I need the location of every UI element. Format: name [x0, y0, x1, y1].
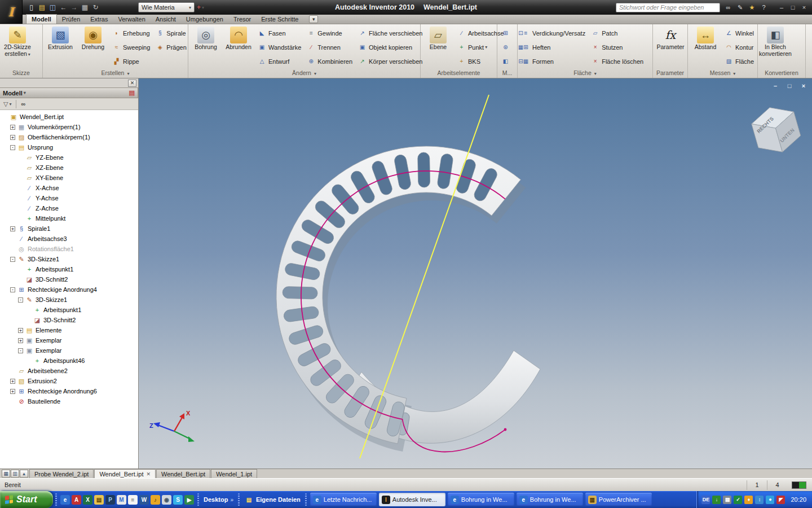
ribbon-group-label-messen[interactable]: Messen ▾ — [688, 69, 757, 77]
minimize-button[interactable]: – — [776, 3, 787, 12]
button-objekt-kopieren[interactable]: ▣Objekt kopieren — [356, 40, 424, 54]
viewport-canvas[interactable] — [139, 78, 812, 468]
button-winkel[interactable]: ∠Winkel — [723, 26, 756, 40]
graphics-icon[interactable]: ● — [766, 496, 774, 504]
button-abstand[interactable]: ↔Abstand — [689, 25, 722, 69]
tree-item-wendel-bert-ipt[interactable]: ▣Wendel_Bert.ipt — [0, 112, 138, 122]
tile-horizontal-button[interactable]: ▦ — [2, 470, 10, 478]
winamp-shortcut[interactable]: ♪ — [151, 495, 160, 505]
button-verdickung-versatz[interactable]: ≡Verdickung/Versatz — [520, 26, 587, 40]
tree-item-x-achse[interactable]: ∕X-Achse — [0, 183, 138, 193]
minimize-document-button[interactable]: – — [770, 81, 780, 90]
document-tab-probe-wendel-2-ipt-0[interactable]: Probe Wendel_2.ipt — [29, 469, 94, 478]
tree-item-arbeitspunkt46[interactable]: +Arbeitspunkt46 — [0, 356, 138, 366]
document-tab-wendel-bert-ipt-2[interactable]: Wendel_Bert.ipt — [156, 469, 210, 478]
button-abrunden[interactable]: ◠Abrunden — [222, 25, 255, 69]
tree-item-arbeitspunkt1[interactable]: +Arbeitspunkt1 — [0, 264, 138, 274]
word-shortcut[interactable]: W — [139, 495, 149, 505]
viewport[interactable]: RECHTS UNTEN Z X –□× — [139, 78, 812, 468]
button-flache-verschieben[interactable]: ↗Fläche verschieben — [356, 26, 424, 40]
button-entwurf[interactable]: △Entwurf — [256, 54, 303, 68]
tab-verwalten[interactable]: Verwalten — [113, 14, 150, 24]
refresh-button[interactable]: ↻ — [90, 2, 101, 13]
photoshop-shortcut[interactable]: P — [105, 495, 115, 505]
ucs-plus-button[interactable]: +▾ — [197, 3, 204, 11]
button-fasen[interactable]: ◣Fasen — [256, 26, 303, 40]
tree-item-3d-skizze1[interactable]: -✎3D-Skizze1 — [0, 254, 138, 264]
button-kontur[interactable]: ◠Kontur — [723, 40, 756, 54]
close-tab-icon[interactable]: ✕ — [147, 471, 151, 477]
tree-expand-toggle[interactable]: + — [18, 328, 23, 333]
button-bohrung[interactable]: ◎Bohrung — [189, 25, 222, 69]
tree-item-arbeitsebene2[interactable]: ▱Arbeitsebene2 — [0, 366, 138, 376]
button-extrusion[interactable]: ▧Extrusion — [44, 25, 77, 69]
button-spirale[interactable]: §Spirale — [154, 26, 188, 40]
cd-shortcut[interactable]: ◉ — [162, 495, 171, 505]
button-erhebung[interactable]: ◗Erhebung — [111, 26, 152, 40]
tab-umgebungen[interactable]: Umgebungen — [181, 14, 228, 24]
task-button-bohrung-in-we-3[interactable]: eBohrung in We... — [517, 493, 583, 506]
tree-expand-toggle[interactable]: + — [10, 135, 15, 140]
tab-modell[interactable]: Modell — [26, 14, 57, 24]
save-button[interactable]: ◫ — [47, 2, 58, 13]
ati-icon[interactable]: ◤ — [776, 496, 785, 504]
skype-shortcut[interactable]: S — [173, 495, 183, 505]
button-mirror[interactable]: ◧ — [500, 54, 513, 68]
button-flache-loschen[interactable]: ×Fläche löschen — [589, 54, 645, 68]
tree-expand-toggle[interactable]: - — [10, 257, 15, 262]
tree-item-rechteckige-anordnung4[interactable]: -⊞Rechteckige Anordnung4 — [0, 284, 138, 295]
toolbar-grip[interactable] — [305, 493, 307, 506]
button-formen[interactable]: ▦Formen — [520, 54, 587, 68]
button-ebene[interactable]: ▱Ebene — [422, 25, 454, 69]
button-stutzen[interactable]: ×Stutzen — [589, 40, 645, 54]
tree-item-rotationsflache1[interactable]: ◎Rotationsfläche1 — [0, 244, 138, 254]
tree-item-arbeitsachse3[interactable]: ∕Arbeitsachse3 — [0, 234, 138, 244]
button-pattern-circular[interactable]: ⊛ — [500, 40, 513, 54]
internet-explorer-shortcut[interactable]: e — [60, 495, 70, 505]
tree-expand-toggle[interactable]: - — [10, 145, 15, 150]
expand-up-button[interactable]: ▴ — [20, 470, 28, 478]
document-tab-wendel-1-ipt-3[interactable]: Wendel_1.ipt — [211, 469, 257, 478]
tree-expand-toggle[interactable]: + — [10, 125, 15, 130]
favorites-star-button[interactable]: ★ — [747, 3, 757, 12]
folder-shortcut[interactable]: ▤ — [94, 495, 104, 505]
button-drehung[interactable]: ◉Drehung — [77, 25, 109, 69]
tab-erste-schritte[interactable]: Erste Schritte — [256, 14, 303, 24]
tree-item-mittelpunkt[interactable]: +Mittelpunkt — [0, 213, 138, 224]
tree-item-exemplar[interactable]: +▣Exemplar — [0, 335, 138, 345]
button-gewinde[interactable]: ≡Gewinde — [305, 26, 354, 40]
tree-item-elemente[interactable]: +▤Elemente — [0, 325, 138, 335]
tree-item-rechteckige-anordnung6[interactable]: +⊞Rechteckige Anordnung6 — [0, 386, 138, 396]
tree-item-extrusion2[interactable]: +▧Extrusion2 — [0, 376, 138, 386]
close-document-button[interactable]: × — [798, 81, 809, 90]
tree-item-volumenkorpern-1[interactable]: +▦Volumenkörpern(1) — [0, 122, 138, 132]
tree-item-z-achse[interactable]: ∕Z-Achse — [0, 203, 138, 213]
button-wandstarke[interactable]: ▣Wandstärke — [256, 40, 303, 54]
tree-item-exemplar[interactable]: -▣Exemplar — [0, 345, 138, 356]
task-button-bohrung-in-we-2[interactable]: eBohrung in We... — [448, 493, 514, 506]
ribbon-group-label-flache[interactable]: Fläche ▾ — [518, 69, 652, 77]
search-input[interactable] — [616, 3, 720, 12]
tree-expand-toggle[interactable]: - — [18, 348, 23, 353]
find-button[interactable]: ∞ — [20, 99, 27, 109]
tree-item-spirale1[interactable]: +§Spirale1 — [0, 224, 138, 234]
binoculars-button[interactable]: ∞ — [723, 3, 733, 12]
print-button[interactable]: ▦ — [80, 2, 90, 13]
taskbar-toolbar-eigene-dateien[interactable]: ▤Eigene Dateien — [242, 495, 303, 505]
open-button[interactable]: ▤ — [37, 2, 47, 13]
toolbar-grip[interactable] — [55, 493, 57, 506]
tile-vertical-button[interactable]: ▥ — [11, 470, 19, 478]
antivirus-icon[interactable]: ✓ — [734, 496, 742, 504]
button-pragen[interactable]: ◈Prägen — [154, 40, 188, 54]
tray-update-icon[interactable]: ↓ — [712, 496, 721, 504]
tree-item-xz-ebene[interactable]: ▱XZ-Ebene — [0, 163, 138, 173]
display-icon[interactable]: ▤ — [723, 496, 731, 504]
tree-item-3d-schnitt2[interactable]: ◪3D-Schnitt2 — [0, 274, 138, 284]
button-pattern-rect[interactable]: ⊞ — [500, 26, 513, 40]
button-rippe[interactable]: ▞Rippe — [111, 54, 152, 68]
new-file-button[interactable]: ▯ — [26, 2, 37, 13]
excel-shortcut[interactable]: X — [83, 495, 92, 505]
tree-expand-toggle[interactable]: + — [18, 338, 23, 343]
adobe-reader-shortcut[interactable]: A — [72, 495, 81, 505]
tree-expand-toggle[interactable]: + — [10, 389, 15, 394]
